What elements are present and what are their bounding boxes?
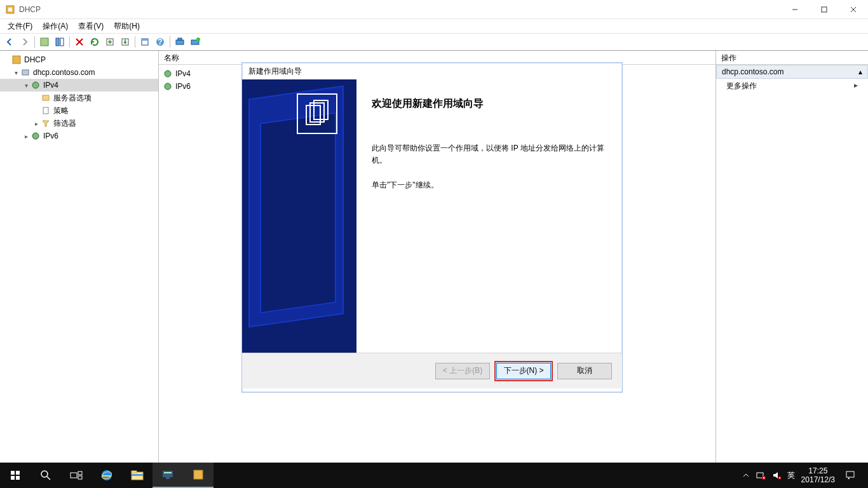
expand-icon[interactable]: ▸ [22, 133, 31, 140]
window-minimize-button[interactable] [780, 0, 810, 19]
wizard-banner-graphic [242, 79, 356, 353]
taskbar-search-button[interactable] [31, 463, 61, 488]
tree-node-filters[interactable]: ▸ 筛选器 [0, 117, 158, 130]
dhcp-app-icon [5, 4, 15, 15]
toolbar-scope-button[interactable] [173, 35, 187, 49]
toolbar-separator [135, 36, 135, 48]
svg-rect-14 [142, 39, 148, 41]
collapse-icon[interactable]: ▴ [858, 67, 862, 76]
svg-rect-45 [132, 474, 143, 476]
tree-node-policy[interactable]: 策略 [0, 104, 158, 117]
tree-node-dhcp-root[interactable]: DHCP [0, 53, 158, 66]
network-error-icon[interactable] [756, 470, 766, 480]
toolbar-export-button[interactable] [103, 35, 117, 49]
toolbar-forward-button[interactable] [18, 35, 32, 49]
svg-rect-46 [163, 471, 173, 477]
actions-section-header[interactable]: dhcp.contoso.com ▴ [717, 65, 867, 78]
svg-rect-49 [194, 470, 203, 479]
toolbar-separator [34, 36, 35, 48]
toolbar-import-button[interactable] [118, 35, 132, 49]
list-item-label: IPv6 [175, 82, 191, 91]
ipv6-icon [163, 81, 173, 92]
wizard-next-button[interactable]: 下一步(N) > [496, 363, 551, 379]
tree-label: IPv6 [43, 132, 58, 140]
svg-rect-18 [178, 38, 182, 40]
tree-node-server[interactable]: ▾ dhcp.contoso.com [0, 66, 158, 79]
tree-node-ipv6[interactable]: ▸ IPv6 [0, 130, 158, 142]
svg-rect-47 [164, 472, 172, 473]
toolbar-properties-button[interactable] [138, 35, 152, 49]
svg-line-37 [47, 477, 50, 480]
collapse-icon[interactable]: ▾ [22, 82, 31, 89]
toolbar-back-button[interactable] [3, 35, 17, 49]
svg-rect-32 [11, 471, 15, 475]
wizard-footer: < 上一步(B) 下一步(N) > 取消 [242, 353, 622, 388]
toolbar-refresh-button[interactable] [88, 35, 102, 49]
task-view-button[interactable] [61, 463, 92, 488]
window-titlebar: DHCP [0, 0, 868, 19]
toolbar-scope-green-button[interactable] [188, 35, 202, 49]
tray-up-icon[interactable] [743, 472, 749, 478]
svg-rect-21 [13, 56, 20, 64]
menu-bar: 文件(F) 操作(A) 查看(V) 帮助(H) [0, 19, 868, 33]
ipv4-icon [31, 80, 41, 90]
wizard-paragraph-1: 此向导可帮助你设置一个作用域，以便将 IP 地址分发给网络上的计算机。 [372, 142, 607, 166]
filter-icon [41, 118, 51, 128]
svg-rect-22 [22, 70, 29, 75]
tree-node-server-options[interactable]: 服务器选项 [0, 92, 158, 104]
svg-point-20 [196, 37, 200, 41]
options-icon [41, 93, 51, 103]
taskbar-clock[interactable]: 17:25 2017/12/3 [801, 466, 839, 485]
taskbar-server-manager-icon[interactable] [153, 463, 183, 488]
ipv6-icon [31, 131, 41, 141]
svg-point-28 [165, 83, 171, 90]
svg-point-23 [32, 82, 39, 88]
actions-section-label: dhcp.contoso.com [722, 67, 783, 76]
tree-node-ipv4[interactable]: ▾ IPv4 [0, 79, 158, 92]
wizard-caption: 新建作用域向导 [242, 63, 622, 79]
svg-rect-24 [43, 95, 49, 100]
server-icon [20, 67, 31, 78]
toolbar-separator [170, 36, 170, 48]
start-button[interactable] [0, 463, 31, 488]
menu-file[interactable]: 文件(F) [3, 20, 37, 33]
taskbar: 英 17:25 2017/12/3 [0, 463, 868, 488]
svg-rect-6 [41, 38, 48, 46]
toolbar-delete-button[interactable] [72, 35, 86, 49]
ipv4-icon [163, 69, 173, 79]
menu-action[interactable]: 操作(A) [37, 20, 73, 33]
svg-rect-25 [43, 107, 48, 114]
actions-more-link[interactable]: 更多操作 ▸ [716, 79, 868, 93]
expand-icon[interactable]: ▸ [32, 120, 41, 127]
svg-point-26 [32, 133, 39, 139]
wizard-banner-icon [297, 93, 337, 134]
chevron-right-icon: ▸ [854, 81, 858, 90]
wizard-paragraph-2: 单击"下一步"继续。 [372, 179, 607, 191]
volume-icon[interactable] [772, 471, 781, 480]
toolbar-add-button[interactable] [37, 35, 51, 49]
menu-view[interactable]: 查看(V) [73, 20, 109, 33]
svg-text:?: ? [158, 37, 162, 46]
actions-more-label: 更多操作 [726, 81, 757, 90]
taskbar-dhcp-icon[interactable] [183, 463, 214, 488]
window-close-button[interactable] [839, 0, 868, 19]
svg-rect-48 [166, 477, 170, 479]
action-center-icon[interactable] [845, 470, 855, 480]
svg-rect-17 [176, 40, 184, 44]
tree-label: IPv4 [43, 81, 58, 90]
toolbar-show-hide-button[interactable] [53, 35, 67, 49]
wizard-cancel-button[interactable]: 取消 [557, 363, 612, 379]
svg-rect-1 [8, 8, 12, 11]
taskbar-explorer-icon[interactable] [122, 463, 153, 488]
tree-label: dhcp.contoso.com [33, 68, 95, 77]
menu-help[interactable]: 帮助(H) [109, 20, 145, 33]
svg-rect-33 [16, 471, 20, 475]
window-maximize-button[interactable] [810, 0, 839, 19]
svg-rect-8 [60, 38, 64, 46]
toolbar-help-button[interactable]: ? [153, 35, 167, 49]
ime-indicator[interactable]: 英 [787, 470, 795, 481]
collapse-icon[interactable]: ▾ [11, 69, 20, 76]
taskbar-ie-icon[interactable] [92, 463, 122, 488]
actions-pane: 操作 dhcp.contoso.com ▴ 更多操作 ▸ [715, 51, 868, 463]
svg-rect-57 [846, 471, 854, 477]
